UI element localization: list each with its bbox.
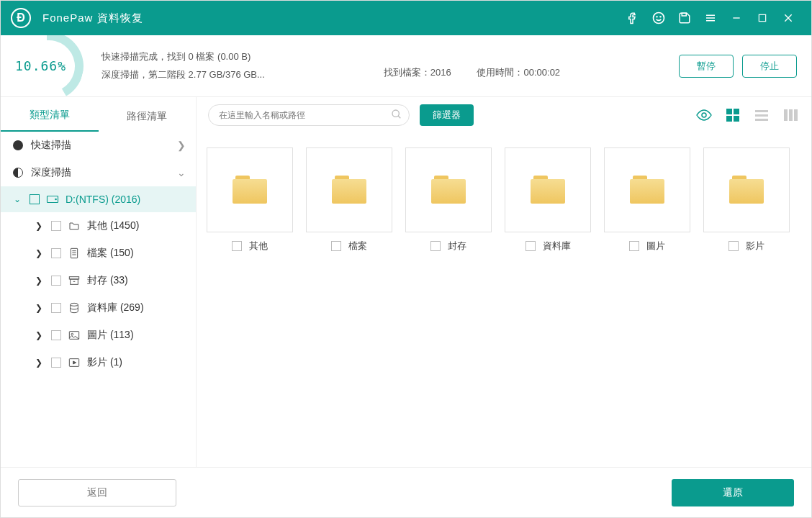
chevron-right-icon: ❯ (177, 140, 186, 151)
folder-card[interactable]: 檔案 (306, 147, 392, 253)
folder-card[interactable]: 圖片 (604, 147, 690, 253)
back-button[interactable]: 返回 (18, 479, 176, 506)
folder-card[interactable]: 資料庫 (505, 147, 591, 253)
sidebar-item-image[interactable]: ❯ 圖片 (113) (1, 322, 196, 349)
sidebar-item-document[interactable]: ❯ 檔案 (150) (1, 240, 196, 267)
chevron-right-icon: ❯ (32, 358, 45, 368)
status-line-2: 深度掃描，第二階段 2.77 GB/376 GB... (102, 66, 265, 84)
sidebar-item-other[interactable]: ❯ 其他 (1450) (1, 212, 196, 240)
scan-status-text: 快速掃描完成，找到 0 檔案 (0.00 B) 深度掃描，第二階段 2.77 G… (102, 48, 265, 83)
checkbox[interactable] (51, 330, 61, 340)
checkbox[interactable] (525, 241, 536, 251)
archive-icon (67, 276, 81, 286)
status-bar: 10.66% 快速掃描完成，找到 0 檔案 (0.00 B) 深度掃描，第二階段… (1, 35, 811, 97)
svg-point-2 (660, 17, 661, 17)
folder-icon (630, 176, 664, 204)
view-list-icon[interactable] (752, 106, 771, 124)
sidebar-item-label: 圖片 (113) (87, 329, 134, 342)
checkbox[interactable] (51, 358, 61, 368)
folder-label: 封存 (448, 240, 466, 253)
facebook-icon[interactable] (620, 5, 646, 31)
svg-point-12 (55, 199, 57, 200)
recover-button[interactable]: 還原 (672, 479, 794, 506)
app-logo-icon: Ð (11, 8, 31, 28)
folder-thumbnail (604, 147, 690, 232)
database-icon (67, 302, 81, 314)
folder-label: 其他 (249, 240, 268, 253)
close-icon[interactable] (775, 5, 801, 31)
document-icon (67, 247, 81, 259)
menu-icon[interactable] (698, 5, 723, 31)
svg-point-26 (702, 113, 706, 117)
svg-line-25 (398, 116, 400, 118)
sidebar-item-label: D:(NTFS) (2016) (66, 194, 140, 205)
folder-thumbnail (505, 147, 591, 232)
checkbox[interactable] (232, 241, 242, 251)
sidebar-item-archive[interactable]: ❯ 封存 (33) (1, 267, 196, 294)
folder-label: 檔案 (348, 240, 367, 253)
svg-rect-3 (682, 13, 686, 16)
feedback-icon[interactable] (646, 5, 672, 31)
chevron-down-icon: ⌄ (11, 194, 24, 204)
sidebar-item-video[interactable]: ❯ 影片 (1) (1, 349, 196, 376)
checkbox[interactable] (331, 241, 341, 251)
checkbox[interactable] (51, 303, 61, 313)
view-grid-icon[interactable] (723, 106, 742, 124)
checkbox[interactable] (629, 241, 639, 251)
folder-icon (67, 221, 81, 231)
maximize-icon[interactable] (749, 5, 775, 31)
checkbox[interactable] (430, 241, 441, 251)
svg-point-20 (71, 303, 78, 306)
minimize-icon[interactable] (723, 5, 749, 31)
filter-button[interactable]: 篩選器 (420, 104, 474, 126)
chevron-right-icon: ❯ (32, 303, 45, 313)
sidebar-item-label: 快速掃描 (31, 139, 71, 152)
pause-button[interactable]: 暫停 (679, 55, 734, 78)
search-icon[interactable] (391, 109, 402, 123)
titlebar: Ð FonePaw 資料恢复 (1, 1, 811, 35)
folder-card[interactable]: 影片 (703, 147, 790, 253)
chevron-right-icon: ❯ (32, 330, 45, 340)
svg-rect-13 (71, 248, 77, 258)
drive-icon (45, 194, 60, 204)
footer: 返回 還原 (1, 467, 811, 517)
folder-icon (332, 176, 366, 204)
checkbox[interactable] (51, 276, 61, 286)
folder-label: 資料庫 (543, 240, 571, 253)
view-detail-icon[interactable] (781, 106, 800, 124)
sidebar-item-deep-scan[interactable]: 深度掃描 ⌄ (1, 159, 196, 186)
checkbox[interactable] (51, 248, 61, 258)
preview-icon[interactable] (695, 106, 713, 124)
folder-label: 圖片 (646, 240, 665, 253)
tab-path-list[interactable]: 路徑清單 (99, 101, 197, 132)
folder-thumbnail (405, 147, 492, 232)
folder-icon (531, 176, 565, 204)
toolbar: 篩選器 (197, 97, 811, 133)
sidebar-item-quick-scan[interactable]: 快速掃描 ❯ (1, 132, 196, 159)
sidebar-item-drive[interactable]: ⌄ D:(NTFS) (2016) (1, 186, 196, 212)
found-files-label: 找到檔案：2016 (384, 67, 451, 78)
folder-thumbnail (306, 147, 392, 232)
folder-thumbnail (703, 147, 790, 232)
app-title: FonePaw 資料恢复 (42, 12, 143, 25)
folder-icon (431, 176, 466, 204)
image-icon (67, 330, 81, 340)
checkbox[interactable] (728, 241, 739, 251)
checkbox[interactable] (51, 221, 61, 231)
svg-point-24 (392, 110, 399, 117)
sidebar-item-label: 資料庫 (269) (87, 301, 144, 314)
sidebar-item-database[interactable]: ❯ 資料庫 (269) (1, 294, 196, 322)
svg-point-22 (71, 333, 73, 335)
sidebar-item-label: 影片 (1) (87, 356, 122, 369)
tab-type-list[interactable]: 類型清單 (1, 100, 99, 132)
stop-button[interactable]: 停止 (742, 55, 797, 78)
sidebar-item-label: 檔案 (150) (87, 247, 134, 260)
search-input[interactable] (208, 104, 410, 126)
svg-point-1 (657, 17, 657, 17)
folder-card[interactable]: 封存 (405, 147, 492, 253)
progress-indicator: 10.66% (15, 35, 80, 97)
folder-icon (233, 176, 267, 204)
save-icon[interactable] (672, 5, 698, 31)
checkbox[interactable] (30, 194, 40, 204)
folder-card[interactable]: 其他 (207, 147, 293, 253)
